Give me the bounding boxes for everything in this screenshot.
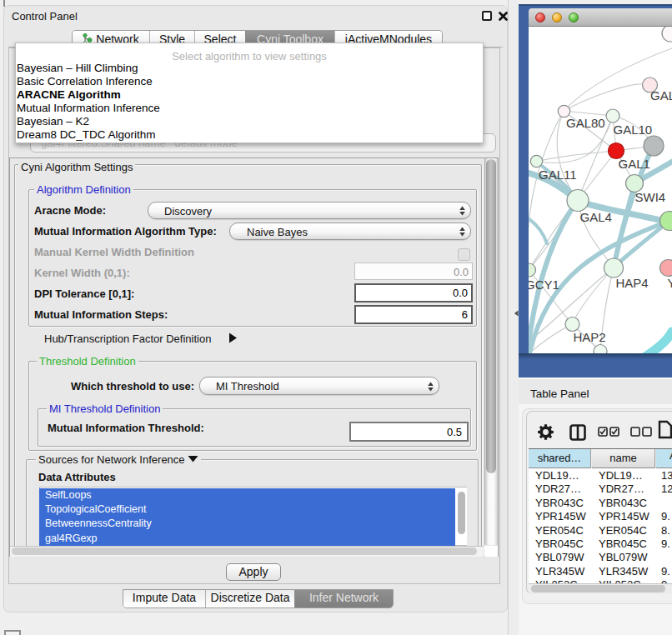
svg-text:GAL80: GAL80 <box>566 116 605 130</box>
svg-text:GAL4: GAL4 <box>580 210 612 224</box>
svg-text:GAL: GAL <box>650 88 672 102</box>
svg-text:SWI4: SWI4 <box>635 190 666 204</box>
svg-text:HAP4: HAP4 <box>616 276 649 290</box>
svg-text:HAP2: HAP2 <box>574 330 606 344</box>
svg-text:Y: Y <box>668 276 672 290</box>
svg-text:GAL1: GAL1 <box>619 157 650 171</box>
svg-text:GCY1: GCY1 <box>529 278 559 292</box>
svg-text:GAL11: GAL11 <box>539 168 577 182</box>
svg-text:GAL10: GAL10 <box>614 122 653 137</box>
